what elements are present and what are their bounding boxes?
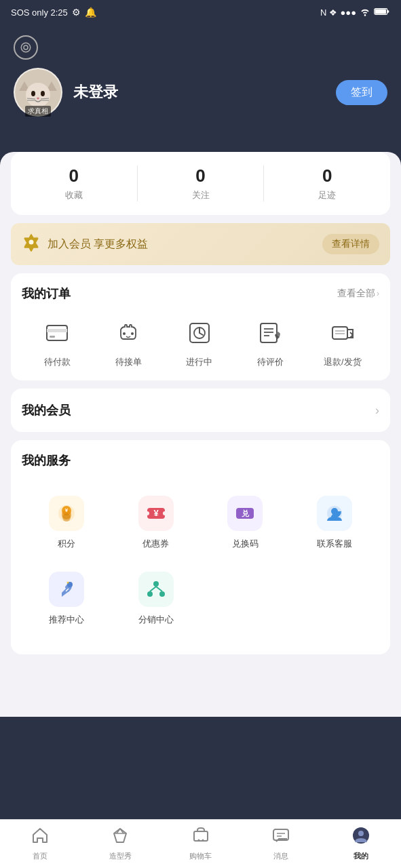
distribution-icon (138, 572, 174, 607)
svg-text:兑: 兑 (242, 509, 250, 517)
settings-icon: ⚙ (72, 7, 81, 18)
wifi-icon (359, 7, 371, 18)
svg-point-40 (145, 511, 149, 515)
svg-rect-56 (194, 831, 208, 841)
points-label: 积分 (58, 538, 75, 550)
order-grid: 待付款 待接单 (22, 315, 379, 368)
footprint-label: 足迹 (318, 189, 336, 201)
service-points[interactable]: ¥ 积分 (22, 485, 111, 561)
services-grid: ¥ 积分 ¥ 优惠券 (22, 482, 379, 642)
diamond-icon (111, 827, 129, 848)
svg-point-63 (358, 831, 364, 836)
distribution-label: 分销中心 (138, 614, 174, 626)
svg-point-16 (29, 240, 34, 245)
order-arrow-icon: › (377, 289, 379, 298)
nav-message[interactable]: 消息 (241, 827, 321, 861)
nav-cart-label: 购物车 (189, 851, 212, 861)
redeem-icon: 兑 (227, 496, 263, 531)
services-section-header: 我的服务 (22, 452, 379, 469)
svg-point-9 (31, 91, 35, 96)
svg-rect-19 (50, 336, 55, 338)
cart-icon (192, 827, 210, 848)
refund-label: 退款/发货 (324, 356, 362, 368)
payment-label: 待付款 (44, 356, 71, 368)
order-view-all[interactable]: 查看全部 › (337, 288, 379, 300)
service-redeem[interactable]: 兑 兑换码 (201, 485, 290, 561)
svg-rect-30 (332, 327, 347, 339)
svg-point-58 (202, 840, 204, 842)
bottom-nav: 首页 造型秀 购物车 (0, 819, 401, 868)
svg-text:¥: ¥ (153, 508, 159, 518)
member-banner-text: 加入会员 享更多权益 (47, 237, 148, 252)
stat-favorites[interactable]: 0 收藏 (11, 165, 137, 201)
battery-icon (374, 7, 390, 18)
member-chevron-icon: › (375, 403, 379, 418)
svg-line-51 (150, 587, 156, 591)
member-banner[interactable]: 加入会员 享更多权益 查看详情 (11, 223, 390, 265)
order-item-inprogress[interactable]: 进行中 (182, 315, 217, 368)
svg-point-41 (163, 511, 167, 515)
stat-footprint[interactable]: 0 足迹 (263, 165, 390, 201)
profile-row: 求真相 未登录 签到 (14, 68, 387, 117)
camera-icon[interactable] (14, 35, 38, 60)
nfc-icon: N (320, 7, 326, 18)
member-banner-left: 加入会员 享更多权益 (22, 233, 148, 256)
status-bar: SOS only 2:25 ⚙ 🔔 N ❖ ●●● (0, 0, 401, 24)
accept-label: 待接单 (115, 356, 142, 368)
svg-rect-18 (47, 329, 67, 332)
svg-point-11 (37, 98, 39, 100)
order-title: 我的订单 (22, 285, 71, 302)
svg-rect-1 (375, 9, 386, 14)
svg-rect-2 (387, 10, 389, 12)
coupon-label: 优惠券 (142, 538, 169, 550)
stats-card: 0 收藏 0 关注 0 足迹 (11, 152, 390, 215)
refund-icon (325, 315, 360, 351)
signal-icon: ●●● (340, 7, 356, 18)
svg-line-52 (156, 587, 162, 591)
signin-button[interactable]: 签到 (336, 80, 387, 105)
stat-following[interactable]: 0 关注 (137, 165, 264, 201)
svg-point-57 (197, 840, 199, 842)
svg-rect-17 (47, 326, 67, 340)
service-distribution[interactable]: 分销中心 (111, 561, 201, 637)
nav-profile[interactable]: 我的 (321, 827, 401, 861)
svg-point-49 (147, 591, 153, 597)
nav-style[interactable]: 造型秀 (80, 827, 160, 861)
member-gear-icon (22, 233, 41, 256)
inprogress-label: 进行中 (186, 356, 212, 368)
status-left: SOS only 2:25 ⚙ 🔔 (11, 7, 96, 18)
nav-cart[interactable]: 购物车 (160, 827, 240, 861)
svg-point-50 (159, 591, 165, 597)
support-icon (317, 496, 352, 531)
svg-point-8 (26, 83, 50, 107)
message-icon (272, 827, 290, 848)
svg-point-4 (21, 43, 31, 52)
profile-nav-icon (352, 827, 370, 848)
favorites-count: 0 (69, 165, 79, 186)
nav-message-label: 消息 (273, 851, 288, 861)
my-member-row[interactable]: 我的会员 › (11, 389, 390, 432)
my-member-title: 我的会员 (22, 402, 71, 418)
nav-profile-label: 我的 (354, 851, 368, 861)
service-recommend[interactable]: 推荐中心 (22, 561, 111, 637)
order-section-header: 我的订单 查看全部 › (22, 285, 379, 302)
avatar-container[interactable]: 求真相 (14, 68, 62, 117)
points-icon: ¥ (49, 496, 84, 531)
redeem-label: 兑换码 (232, 538, 259, 550)
service-coupon[interactable]: ¥ 优惠券 (111, 485, 201, 561)
coupon-icon: ¥ (138, 496, 174, 531)
order-item-payment[interactable]: 待付款 (39, 315, 75, 368)
service-support[interactable]: 联系客服 (290, 485, 379, 561)
following-label: 关注 (192, 189, 210, 201)
member-detail-button[interactable]: 查看详情 (322, 234, 379, 254)
order-item-refund[interactable]: 退款/发货 (324, 315, 362, 368)
svg-rect-26 (261, 323, 277, 342)
order-item-review[interactable]: 待评价 (252, 315, 288, 368)
nav-home[interactable]: 首页 (0, 827, 80, 861)
svg-point-21 (131, 332, 134, 335)
status-right: N ❖ ●●● (320, 7, 390, 18)
svg-text:¥: ¥ (65, 507, 69, 513)
review-icon (252, 315, 288, 351)
footprint-count: 0 (322, 165, 332, 186)
order-item-accept[interactable]: 待接单 (111, 315, 146, 368)
